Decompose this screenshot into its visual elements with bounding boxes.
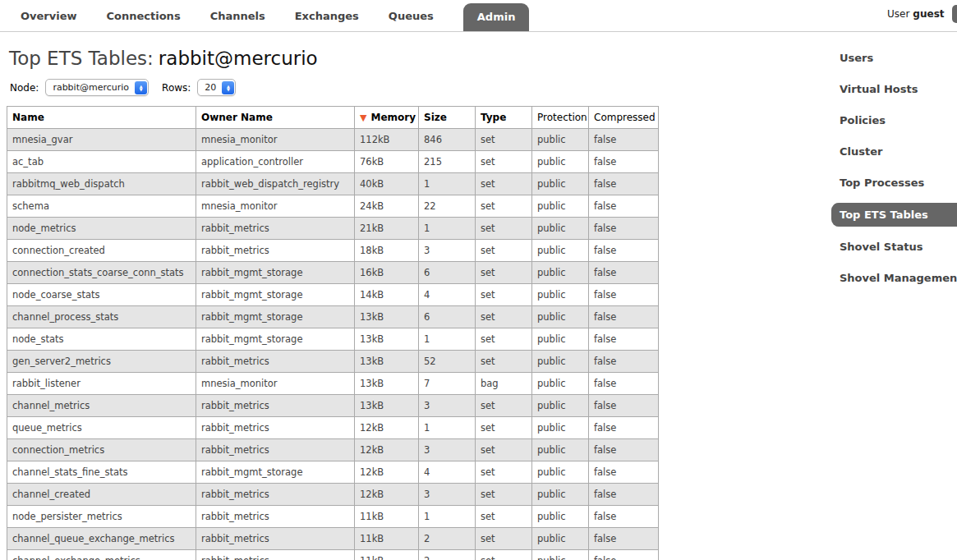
cell-name: connection_stats_coarse_conn_stats: [7, 262, 196, 284]
table-row: gen_server2_metrics rabbit_metrics 13kB …: [7, 351, 659, 373]
cell-protection: public: [532, 550, 589, 560]
cell-compressed: false: [589, 262, 659, 284]
cell-size: 1: [419, 506, 476, 528]
sidebar-item-top-ets-tables[interactable]: Top ETS Tables: [831, 203, 957, 227]
cell-type: set: [476, 395, 532, 417]
column-header-size[interactable]: Size: [419, 107, 476, 129]
cell-memory: 21kB: [355, 218, 419, 240]
tab-overview[interactable]: Overview: [21, 10, 77, 31]
cell-memory: 11kB: [355, 528, 419, 550]
cell-owner-name: mnesia_monitor: [196, 129, 355, 151]
cell-compressed: false: [589, 306, 659, 328]
sidebar-item-cluster[interactable]: Cluster: [831, 140, 957, 163]
sidebar-item-shovel-status[interactable]: Shovel Status: [831, 236, 957, 258]
cell-compressed: false: [589, 506, 659, 528]
cell-size: 7: [419, 373, 476, 395]
user-area: User guest Log out: [887, 5, 957, 23]
sidebar-item-virtual-hosts[interactable]: Virtual Hosts: [831, 78, 957, 100]
cell-type: set: [476, 284, 532, 306]
cell-type: set: [476, 417, 532, 439]
cell-protection: public: [532, 195, 589, 218]
cell-name: node_metrics: [7, 218, 196, 240]
cell-protection: public: [532, 129, 589, 151]
cell-owner-name: mnesia_monitor: [196, 373, 355, 395]
sidebar-item-top-processes[interactable]: Top Processes: [831, 172, 957, 194]
tab-exchanges[interactable]: Exchanges: [295, 10, 359, 31]
rows-select[interactable]: 20 ▲ ▼: [197, 79, 236, 96]
cell-memory: 12kB: [355, 461, 419, 484]
cell-memory: 24kB: [355, 195, 419, 218]
cell-protection: public: [532, 218, 589, 240]
sort-desc-icon: ▼: [360, 112, 366, 123]
cell-owner-name: rabbit_metrics: [196, 550, 355, 560]
cell-name: rabbitmq_web_dispatch: [7, 173, 196, 195]
cell-name: queue_metrics: [7, 417, 196, 439]
tab-admin[interactable]: Admin: [463, 3, 530, 31]
cell-memory: 12kB: [355, 439, 419, 461]
cell-type: set: [476, 528, 532, 550]
cell-type: set: [476, 195, 532, 218]
cell-compressed: false: [589, 151, 659, 173]
table-row: rabbitmq_web_dispatch rabbit_web_dispatc…: [7, 173, 659, 195]
sidebar-item-users[interactable]: Users: [831, 47, 957, 69]
cell-owner-name: rabbit_metrics: [196, 484, 355, 506]
cell-size: 6: [419, 262, 476, 284]
table-row: channel_stats_fine_stats rabbit_mgmt_sto…: [7, 461, 659, 484]
cell-size: 215: [419, 151, 476, 173]
cell-protection: public: [532, 528, 589, 550]
main-content: Top ETS Tables:rabbit@mercurio Node: rab…: [0, 48, 957, 560]
cell-compressed: false: [589, 439, 659, 461]
cell-type: set: [476, 351, 532, 373]
cell-memory: 16kB: [355, 262, 419, 284]
select-stepper-icon: ▲ ▼: [222, 81, 234, 94]
sidebar-item-shovel-management[interactable]: Shovel Management: [831, 267, 957, 289]
node-select[interactable]: rabbit@mercurio ▲ ▼: [45, 79, 149, 96]
tab-channels[interactable]: Channels: [210, 10, 265, 31]
node-select-value: rabbit@mercurio: [53, 82, 135, 93]
column-header-memory[interactable]: ▼Memory: [355, 107, 419, 129]
cell-memory: 13kB: [355, 328, 419, 351]
cell-memory: 11kB: [355, 506, 419, 528]
cell-size: 1: [419, 417, 476, 439]
table-row: node_stats rabbit_mgmt_storage 13kB 1 se…: [7, 328, 659, 351]
cell-size: 22: [419, 195, 476, 218]
cell-protection: public: [532, 461, 589, 484]
cell-name: connection_metrics: [7, 439, 196, 461]
cell-size: 3: [419, 484, 476, 506]
tab-queues[interactable]: Queues: [389, 10, 434, 31]
chevron-down-icon: ▼: [227, 88, 230, 91]
cell-protection: public: [532, 351, 589, 373]
cell-memory: 13kB: [355, 395, 419, 417]
table-header-row: NameOwner Name▼MemorySizeTypeProtectionC…: [7, 107, 659, 129]
sidebar-item-policies[interactable]: Policies: [831, 109, 957, 131]
cell-name: mnesia_gvar: [7, 129, 196, 151]
cell-memory: 12kB: [355, 417, 419, 439]
cell-type: set: [476, 262, 532, 284]
cell-type: set: [476, 173, 532, 195]
cell-name: channel_created: [7, 484, 196, 506]
cell-compressed: false: [589, 373, 659, 395]
cell-owner-name: rabbit_metrics: [196, 528, 355, 550]
table-row: connection_stats_coarse_conn_stats rabbi…: [7, 262, 659, 284]
user-name: guest: [913, 8, 944, 20]
tab-connections[interactable]: Connections: [107, 10, 181, 31]
cell-type: set: [476, 439, 532, 461]
cell-size: 3: [419, 395, 476, 417]
cell-owner-name: rabbit_metrics: [196, 218, 355, 240]
logout-button[interactable]: Log out: [952, 5, 957, 23]
cell-type: set: [476, 484, 532, 506]
cell-size: 2: [419, 550, 476, 560]
cell-name: node_coarse_stats: [7, 284, 196, 306]
cell-owner-name: rabbit_mgmt_storage: [196, 284, 355, 306]
table-row: node_metrics rabbit_metrics 21kB 1 set p…: [7, 218, 659, 240]
table-row: channel_exchange_metrics rabbit_metrics …: [7, 550, 659, 560]
cell-type: set: [476, 550, 532, 560]
cell-compressed: false: [589, 484, 659, 506]
cell-memory: 11kB: [355, 550, 419, 560]
cell-name: rabbit_listener: [7, 373, 196, 395]
column-header-owner-name[interactable]: Owner Name: [196, 107, 355, 129]
cell-size: 1: [419, 218, 476, 240]
cell-type: set: [476, 240, 532, 262]
column-header-name[interactable]: Name: [7, 107, 196, 129]
column-header-type[interactable]: Type: [476, 107, 532, 129]
